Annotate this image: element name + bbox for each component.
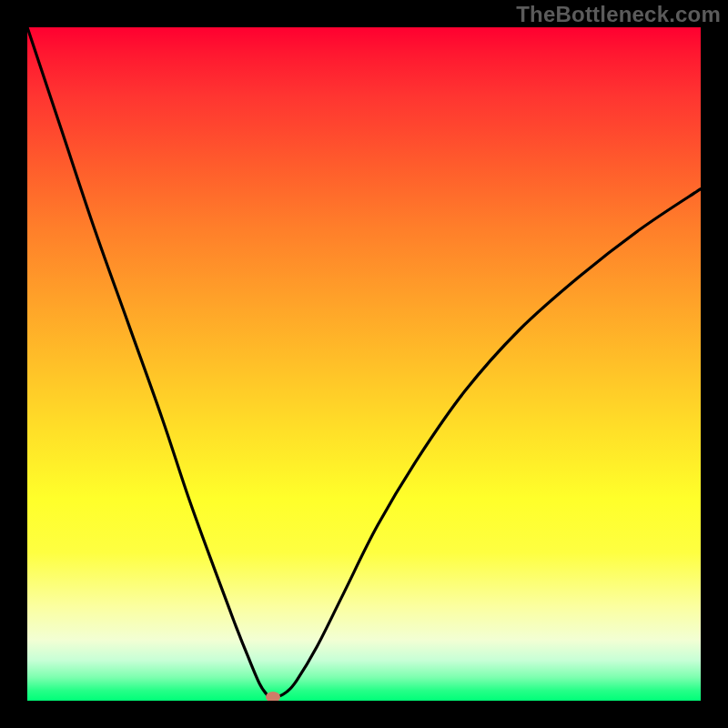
plot-area	[27, 27, 701, 701]
curve-svg	[27, 27, 701, 701]
bottleneck-curve	[27, 27, 701, 698]
watermark-text: TheBottleneck.com	[516, 2, 721, 27]
chart-stage: TheBottleneck.com	[0, 0, 728, 728]
optimal-point-marker	[266, 692, 280, 701]
